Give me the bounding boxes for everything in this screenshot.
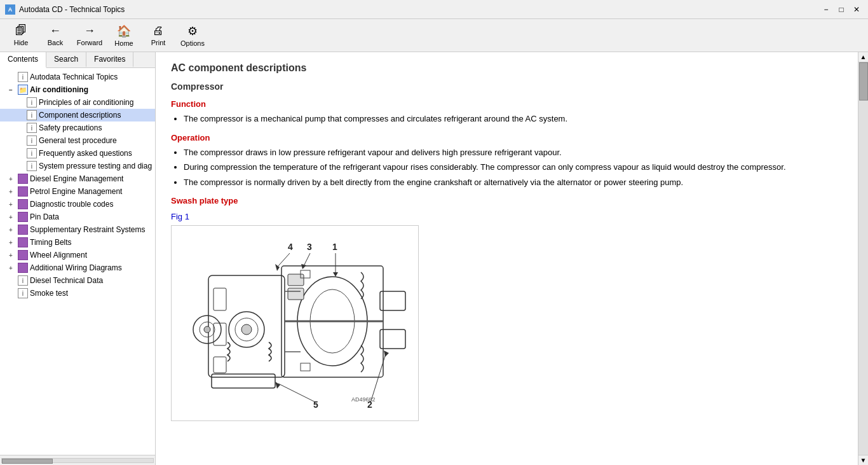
tree-item-petrol-mgmt[interactable]: + Petrol Engine Management: [0, 185, 155, 198]
tree-toggle-timing: +: [9, 239, 18, 246]
forward-label: Forward: [77, 39, 102, 46]
tree-label-general-test: General test procedure: [39, 136, 117, 145]
tab-contents[interactable]: Contents: [0, 52, 46, 68]
options-button[interactable]: ⚙ Options: [177, 21, 208, 50]
tree-label-petrol-mgmt: Petrol Engine Management: [30, 187, 122, 196]
compressor-diagram: 1 3 4: [177, 231, 412, 415]
tree-icon-info: i: [27, 110, 37, 120]
svg-text:4: 4: [288, 242, 293, 252]
print-label: Print: [151, 39, 166, 46]
section-title: Compressor: [171, 81, 843, 92]
tree-item-autodata[interactable]: i Autodata Technical Topics: [0, 71, 155, 83]
tree-label-smoke: Smoke test: [30, 289, 68, 298]
tree-item-timing[interactable]: + Timing Belts: [0, 236, 155, 249]
maximize-button[interactable]: □: [835, 3, 848, 16]
hscroll-track[interactable]: [1, 458, 154, 463]
operation-bullets: The compressor draws in low pressure ref…: [184, 146, 843, 189]
tree-icon-info: i: [27, 135, 37, 146]
tree-icon-purple: [18, 212, 28, 222]
print-button[interactable]: 🖨 Print: [142, 21, 174, 50]
tree-icon-purple: [18, 250, 28, 260]
home-label: Home: [114, 39, 133, 47]
tree-toggle-petrol: +: [9, 188, 18, 195]
tree-toggle-pin: +: [9, 214, 18, 221]
tree-toggle-diesel: +: [9, 176, 18, 183]
tab-favorites[interactable]: Favorites: [86, 52, 133, 67]
back-button[interactable]: ← Back: [39, 21, 71, 50]
scroll-down-arrow[interactable]: ▼: [858, 455, 869, 465]
tree-item-principles[interactable]: i Principles of air conditioning: [0, 96, 155, 109]
close-button[interactable]: ✕: [850, 3, 863, 16]
forward-button[interactable]: → Forward: [74, 21, 105, 50]
back-icon: ←: [50, 24, 61, 38]
tree-icon-purple: [18, 237, 28, 247]
tree-icon-info: i: [18, 72, 28, 82]
svg-text:3: 3: [307, 242, 312, 252]
vscroll-track[interactable]: [858, 62, 868, 455]
forward-icon: →: [84, 24, 95, 38]
tree-icon-purple: [18, 186, 28, 197]
tree-icon-info: i: [18, 275, 28, 286]
tree-item-component-desc[interactable]: i Component descriptions: [0, 109, 155, 121]
tree-icon-folder: 📁: [18, 85, 28, 95]
svg-text:AD49682: AD49682: [351, 396, 376, 403]
diagram-box: 1 3 4: [171, 225, 419, 421]
svg-rect-15: [288, 274, 304, 286]
main-area: Contents Search Favorites i Autodata Tec…: [0, 52, 868, 465]
tree-label-diesel-data: Diesel Technical Data: [30, 276, 103, 285]
tree-item-srs[interactable]: + Supplementary Restraint Systems: [0, 223, 155, 236]
tree-item-air-conditioning[interactable]: − 📁 Air conditioning: [0, 83, 155, 96]
tree-view: i Autodata Technical Topics − 📁 Air cond…: [0, 68, 155, 455]
page-title: AC component descriptions: [171, 62, 843, 74]
tree-label-pressure: System pressure testing and diag: [39, 162, 152, 170]
vertical-scrollbar[interactable]: ▲ ▼: [858, 52, 868, 465]
titlebar-left: A Autodata CD - Technical Topics: [5, 4, 125, 15]
tree-icon-info: i: [27, 123, 37, 133]
tree-toggle-wiring: +: [9, 265, 18, 272]
tree-item-smoke[interactable]: i Smoke test: [0, 287, 155, 300]
tree-item-safety[interactable]: i Safety precautions: [0, 121, 155, 134]
tree-label-wheel: Wheel Alignment: [30, 251, 87, 260]
hide-icon: 🗐: [15, 24, 27, 38]
horizontal-scrollbar[interactable]: [0, 455, 155, 465]
tree-icon-purple: [18, 174, 28, 184]
tree-label-timing: Timing Belts: [30, 238, 72, 247]
minimize-button[interactable]: −: [820, 3, 832, 16]
tree-item-wiring[interactable]: + Additional Wiring Diagrams: [0, 261, 155, 274]
options-label: Options: [180, 39, 205, 47]
tree-icon-info: i: [27, 161, 37, 171]
titlebar-controls: − □ ✕: [820, 3, 863, 16]
tree-item-diesel-data[interactable]: i Diesel Technical Data: [0, 274, 155, 287]
tree-label-diesel-mgmt: Diesel Engine Management: [30, 174, 123, 183]
sidebar-tabs: Contents Search Favorites: [0, 52, 155, 68]
tree-label-dtc: Diagnostic trouble codes: [30, 200, 113, 209]
titlebar: A Autodata CD - Technical Topics − □ ✕: [0, 0, 868, 19]
svg-point-22: [204, 326, 210, 333]
operation-heading: Operation: [171, 133, 843, 142]
left-panel: Contents Search Favorites i Autodata Tec…: [0, 52, 156, 465]
tree-item-faq[interactable]: i Frequently asked questions: [0, 147, 155, 160]
tree-item-general-test[interactable]: i General test procedure: [0, 134, 155, 147]
tree-label-faq: Frequently asked questions: [39, 149, 132, 158]
home-button[interactable]: 🏠 Home: [108, 21, 140, 50]
scroll-up-arrow[interactable]: ▲: [858, 52, 869, 62]
tree-item-dtc[interactable]: + Diagnostic trouble codes: [0, 198, 155, 211]
tree-item-pin-data[interactable]: + Pin Data: [0, 211, 155, 223]
tree-label-srs: Supplementary Restraint Systems: [30, 225, 145, 234]
tree-item-diesel-mgmt[interactable]: + Diesel Engine Management: [0, 172, 155, 185]
tree-icon-info: i: [18, 288, 28, 298]
app-title: Autodata CD - Technical Topics: [19, 5, 125, 14]
tree-toggle-dtc: +: [9, 201, 18, 208]
tab-search[interactable]: Search: [46, 52, 86, 67]
hscroll-thumb[interactable]: [2, 459, 53, 464]
tree-label-safety: Safety precautions: [39, 123, 102, 132]
svg-point-8: [241, 324, 252, 335]
tree-item-wheel[interactable]: + Wheel Alignment: [0, 249, 155, 261]
tree-icon-info: i: [27, 148, 37, 158]
tree-label-principles: Principles of air conditioning: [39, 98, 133, 107]
vscroll-thumb[interactable]: [859, 62, 868, 101]
toolbar: 🗐 Hide ← Back → Forward 🏠 Home 🖨 Print ⚙…: [0, 19, 868, 52]
hide-button[interactable]: 🗐 Hide: [5, 21, 37, 50]
tree-label: Autodata Technical Topics: [30, 73, 118, 81]
tree-item-pressure-testing[interactable]: i System pressure testing and diag: [0, 160, 155, 172]
